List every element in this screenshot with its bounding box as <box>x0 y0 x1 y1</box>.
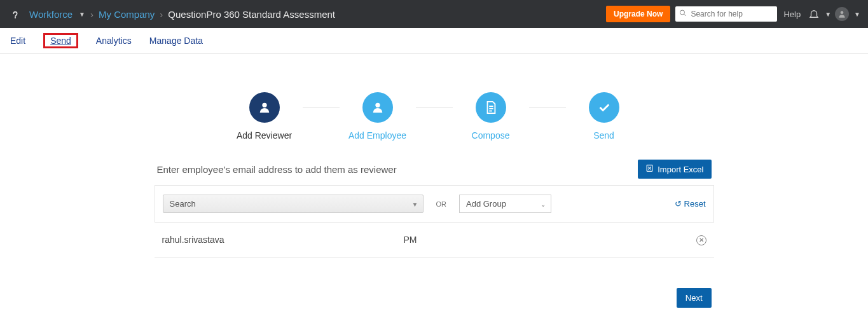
undo-icon: ↺ <box>675 199 682 209</box>
breadcrumb-current: QuestionPro 360 Standard Assessment <box>168 9 335 20</box>
help-search-wrap <box>675 6 777 22</box>
svg-point-1 <box>680 10 685 15</box>
check-icon <box>589 92 619 123</box>
step-connector <box>416 107 453 107</box>
notifications-icon[interactable] <box>808 8 820 20</box>
nav-send-highlight: Send <box>43 33 78 48</box>
breadcrumb: Workforce ▼ › My Company › QuestionPro 3… <box>29 9 606 20</box>
help-search-input[interactable] <box>675 6 777 22</box>
svg-point-4 <box>262 103 266 107</box>
reset-label: Reset <box>684 199 706 209</box>
row-remove[interactable]: ✕ <box>696 234 706 245</box>
step-connector <box>529 107 566 107</box>
filter-row: Search ▼ OR Add Group ⌄ ↺ Reset <box>155 185 714 223</box>
help-link[interactable]: Help <box>783 10 801 19</box>
svg-point-3 <box>841 11 844 14</box>
add-group-select[interactable]: Add Group ⌄ <box>459 195 551 213</box>
next-button[interactable]: Next <box>677 288 712 308</box>
wizard-step-send[interactable]: Send <box>566 92 642 141</box>
wizard-step-label: Add Reviewer <box>237 130 292 141</box>
step-connector <box>303 107 340 107</box>
user-icon <box>362 92 393 123</box>
excel-icon <box>645 164 654 174</box>
section-header: Enter employee's email address to add th… <box>155 160 714 179</box>
row-role: PM <box>404 235 467 245</box>
breadcrumb-module[interactable]: Workforce <box>29 9 72 20</box>
caret-down-icon[interactable]: ▼ <box>854 11 860 18</box>
wizard-step-compose[interactable]: Compose <box>453 92 529 141</box>
svg-line-2 <box>684 14 686 16</box>
chevron-down-icon: ⌄ <box>541 200 546 207</box>
nav-send[interactable]: Send <box>50 36 71 46</box>
caret-down-icon[interactable]: ▼ <box>825 11 831 18</box>
or-separator: OR <box>436 200 447 208</box>
top-header: Workforce ▼ › My Company › QuestionPro 3… <box>0 0 868 28</box>
caret-down-icon: ▼ <box>412 200 418 207</box>
user-menu[interactable] <box>835 7 849 21</box>
chevron-right-icon: › <box>90 9 93 20</box>
document-icon <box>476 92 506 123</box>
instruction-text: Enter employee's email address to add th… <box>157 164 397 175</box>
wizard-step-add-reviewer[interactable]: Add Reviewer <box>226 92 303 141</box>
caret-down-icon[interactable]: ▼ <box>79 11 85 18</box>
wizard-step-label: Add Employee <box>348 130 406 141</box>
close-icon: ✕ <box>696 235 706 245</box>
nav-manage-data[interactable]: Manage Data <box>149 36 203 46</box>
table-row: rahul.srivastava PM ✕ <box>155 223 714 258</box>
row-name: rahul.srivastava <box>162 235 404 245</box>
search-icon <box>679 10 687 19</box>
search-select[interactable]: Search ▼ <box>163 195 424 213</box>
wizard-steps: Add Reviewer Add Employee Compose Send <box>0 92 868 141</box>
breadcrumb-company[interactable]: My Company <box>99 9 155 20</box>
svg-point-5 <box>375 103 380 107</box>
reset-link[interactable]: ↺ Reset <box>675 199 706 209</box>
sub-nav: Edit Send Analytics Manage Data <box>0 28 868 54</box>
wizard-step-label: Compose <box>472 130 510 141</box>
nav-edit[interactable]: Edit <box>10 36 25 46</box>
avatar-icon <box>835 7 849 21</box>
app-logo <box>8 5 25 23</box>
add-group-label: Add Group <box>466 199 506 209</box>
footer-actions: Next <box>155 288 714 308</box>
nav-analytics[interactable]: Analytics <box>96 36 132 46</box>
upgrade-button[interactable]: Upgrade Now <box>606 6 670 22</box>
user-icon <box>249 92 280 123</box>
wizard-step-label: Send <box>593 130 614 141</box>
svg-point-0 <box>15 18 16 18</box>
import-excel-label: Import Excel <box>658 165 703 174</box>
chevron-right-icon: › <box>160 9 163 20</box>
wizard-step-add-employee[interactable]: Add Employee <box>340 92 416 141</box>
main-content: Enter employee's email address to add th… <box>155 160 714 308</box>
search-select-field: Search <box>163 195 424 213</box>
import-excel-button[interactable]: Import Excel <box>638 160 711 179</box>
